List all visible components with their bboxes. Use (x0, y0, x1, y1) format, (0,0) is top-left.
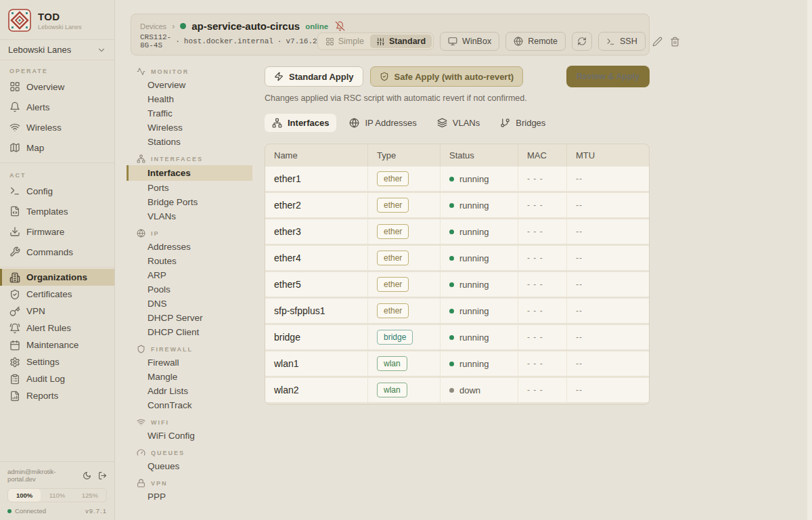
nav-item-mangle[interactable]: Mangle (127, 370, 252, 384)
table-row[interactable]: bridge bridge running - - - -- (265, 325, 649, 349)
tab-label: Bridges (516, 118, 545, 128)
nav-item-addresses[interactable]: Addresses (127, 240, 252, 254)
ssh-label: SSH (620, 37, 637, 46)
status-dot-icon (449, 388, 454, 393)
nav-item-arp[interactable]: ARP (127, 268, 252, 282)
nav-item-ppp[interactable]: PPP (127, 490, 252, 504)
sidebar-item-organizations[interactable]: Organizations (0, 269, 114, 286)
review-apply-button[interactable]: Review & Apply (566, 66, 650, 87)
sidebar-item-label: Organizations (26, 272, 87, 282)
nav-item-vlans[interactable]: VLANs (127, 209, 252, 223)
refresh-button[interactable] (572, 32, 592, 51)
sidebar-item-audit-log[interactable]: Audit Log (0, 370, 114, 387)
ssh-button[interactable]: SSH (598, 32, 646, 51)
section-label-operate: OPERATE (0, 60, 114, 77)
tab-ip-addresses[interactable]: IP Addresses (342, 114, 424, 132)
table-row[interactable]: wlan2 wlan down - - - -- (265, 378, 649, 402)
nav-item-pools[interactable]: Pools (127, 282, 252, 297)
winbox-button[interactable]: WinBox (440, 32, 499, 51)
nav-section-vpn: VPN (127, 473, 252, 490)
table-row[interactable]: ether1 ether running - - - -- (265, 167, 649, 191)
nav-item-ports[interactable]: Ports (127, 181, 252, 195)
sidebar-item-alerts[interactable]: Alerts (0, 97, 114, 117)
type-badge: wlan (377, 356, 407, 371)
delete-device-button[interactable] (669, 37, 681, 47)
zoom-option-100[interactable]: 100% (8, 489, 41, 502)
sidebar-item-map[interactable]: Map (0, 137, 114, 158)
edit-device-button[interactable] (652, 37, 663, 47)
sidebar-item-settings[interactable]: Settings (0, 353, 114, 370)
table-row[interactable]: sfp-sfpplus1 ether running - - - -- (265, 299, 649, 323)
nav-item-health[interactable]: Health (127, 92, 252, 106)
org-selector[interactable]: Lebowski Lanes (0, 40, 114, 60)
breadcrumb-devices-link[interactable]: Devices (140, 22, 166, 30)
zoom-option-110[interactable]: 110% (41, 489, 73, 502)
mtu-value: -- (566, 246, 649, 270)
online-badge: online (305, 22, 328, 30)
sidebar-item-wireless[interactable]: Wireless (0, 117, 114, 137)
column-header-mtu[interactable]: MTU (566, 144, 649, 167)
column-header-type[interactable]: Type (367, 144, 440, 167)
view-simple-button[interactable]: Simple (319, 35, 370, 48)
moon-icon[interactable] (83, 471, 91, 480)
table-row[interactable]: ether3 ether running - - - -- (265, 219, 649, 244)
nav-item-wifi-config[interactable]: WiFi Config (127, 429, 252, 443)
table-row[interactable]: wlan1 wlan running - - - -- (265, 351, 649, 376)
scrollbar[interactable] (807, 0, 812, 520)
column-header-name[interactable]: Name (265, 144, 367, 167)
nav-item-conntrack[interactable]: ConnTrack (127, 398, 252, 412)
table-row[interactable]: ether2 ether running - - - -- (265, 193, 649, 217)
table-body: ether1 ether running - - - -- ether2 eth… (265, 167, 649, 402)
nav-section-label: QUEUES (151, 450, 185, 456)
nav-item-queues[interactable]: Queues (127, 459, 252, 473)
nav-section-label: MONITOR (151, 68, 189, 75)
zoom-control: 100% 110% 125% (7, 488, 107, 502)
org-selector-value: Lebowski Lanes (8, 45, 71, 55)
nav-item-stations[interactable]: Stations (127, 135, 252, 149)
logout-icon[interactable] (98, 471, 107, 480)
remote-button[interactable]: Remote (505, 32, 566, 51)
tab-interfaces[interactable]: Interfaces (265, 114, 336, 132)
column-header-mac[interactable]: MAC (518, 144, 566, 167)
tab-bridges[interactable]: Bridges (493, 114, 553, 132)
zoom-option-125[interactable]: 125% (74, 489, 106, 502)
status-dot-icon (449, 309, 454, 313)
nav-item-overview[interactable]: Overview (127, 78, 252, 92)
sidebar-item-commands[interactable]: Commands (0, 242, 114, 262)
tab-vlans[interactable]: VLANs (430, 114, 487, 132)
sidebar-item-reports[interactable]: Reports (0, 387, 114, 404)
nav-section-monitor: MONITOR (127, 62, 252, 78)
nav-item-dhcp-server[interactable]: DHCP Server (127, 311, 252, 325)
column-header-status[interactable]: Status (440, 144, 518, 167)
nav-item-addr-lists[interactable]: Addr Lists (127, 384, 252, 398)
sidebar-item-alert-rules[interactable]: Alert Rules (0, 320, 114, 337)
status-text: running (459, 280, 489, 290)
sidebar-item-config[interactable]: Config (0, 181, 114, 201)
table-row[interactable]: ether4 ether running - - - -- (265, 246, 649, 270)
table-row[interactable]: ether5 ether running - - - -- (265, 272, 649, 297)
sliders-icon (376, 37, 385, 46)
nav-item-routes[interactable]: Routes (127, 254, 252, 268)
nav-section-firewall: FIREWALL (127, 339, 252, 355)
sidebar-item-certificates[interactable]: Certificates (0, 286, 114, 303)
nav-item-wireless[interactable]: Wireless (127, 121, 252, 135)
remote-label: Remote (528, 37, 558, 46)
nav-item-bridge-ports[interactable]: Bridge Ports (127, 195, 252, 209)
nav-item-dhcp-client[interactable]: DHCP Client (127, 325, 252, 339)
view-mode-toggle: Simple Standard (317, 32, 434, 50)
key-icon (9, 306, 20, 317)
sidebar-item-overview[interactable]: Overview (0, 77, 114, 97)
sidebar-item-vpn[interactable]: VPN (0, 303, 114, 320)
sidebar-item-firmware[interactable]: Firmware (0, 221, 114, 242)
view-standard-button[interactable]: Standard (370, 35, 432, 48)
standard-apply-button[interactable]: Standard Apply (265, 66, 363, 87)
nav-item-dns[interactable]: DNS (127, 297, 252, 311)
bell-off-icon[interactable] (335, 21, 345, 31)
safe-apply-button[interactable]: Safe Apply (with auto-revert) (370, 66, 523, 87)
nav-item-interfaces[interactable]: Interfaces (127, 165, 252, 181)
globe-icon (349, 118, 359, 128)
sidebar-item-templates[interactable]: Templates (0, 201, 114, 221)
nav-item-traffic[interactable]: Traffic (127, 106, 252, 121)
nav-item-firewall[interactable]: Firewall (127, 355, 252, 370)
sidebar-item-maintenance[interactable]: Maintenance (0, 337, 114, 353)
